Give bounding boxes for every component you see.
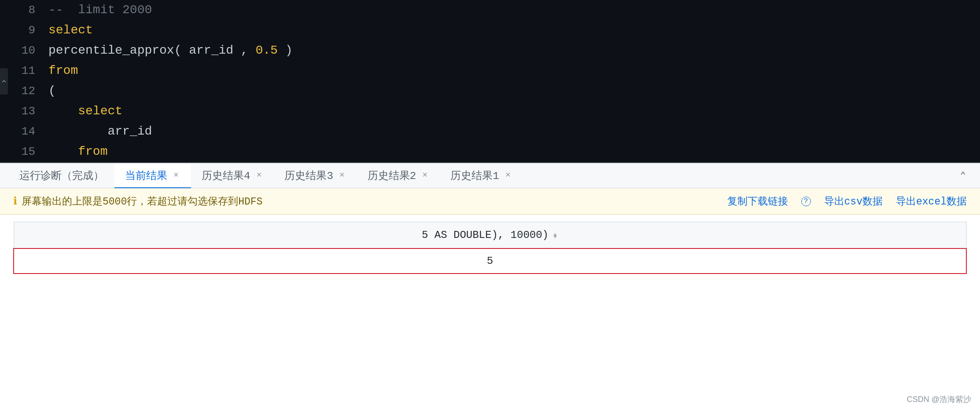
tab-current-result-label: 当前结果 <box>125 168 167 183</box>
line-num-10: 10 <box>9 40 35 61</box>
code-content-11: from <box>48 61 78 81</box>
line-num-15: 15 <box>9 142 35 162</box>
code-content-12: ( <box>48 81 56 101</box>
line-num-9: 9 <box>9 20 35 40</box>
info-message: 屏幕输出的上限是5000行，若超过请勾选保存到HDFS <box>22 194 262 208</box>
line-num-14: 14 <box>9 121 35 142</box>
code-line-8: 8 -- limit 2000 <box>0 0 980 20</box>
tab-history-2-close[interactable]: × <box>420 169 429 181</box>
table-area: 5 AS DOUBLE), 10000) 5 <box>0 215 980 409</box>
tab-history-2[interactable]: 历史结果2 × <box>357 164 440 188</box>
info-left: ℹ 屏幕输出的上限是5000行，若超过请勾选保存到HDFS <box>13 194 262 208</box>
code-content-10: percentile_approx( arr_id , 0.5 ) <box>48 40 293 61</box>
column-header-text: 5 AS DOUBLE), 10000) <box>422 229 549 241</box>
tab-current-result[interactable]: 当前结果 × <box>114 164 191 188</box>
code-line-9: 9 select <box>0 20 980 40</box>
copy-link-button[interactable]: 复制下载链接 <box>727 194 788 208</box>
tab-history-1[interactable]: 历史结果1 × <box>440 164 523 188</box>
tab-history-4-label: 历史结果4 <box>202 168 250 183</box>
line-num-13: 13 <box>9 101 35 121</box>
collapse-handle[interactable]: ‹ <box>0 68 8 95</box>
tab-history-1-close[interactable]: × <box>504 169 512 181</box>
sort-icon <box>552 232 558 238</box>
tab-history-3-close[interactable]: × <box>338 169 346 181</box>
line-num-8: 8 <box>9 0 35 20</box>
export-excel-label: 导出excel数据 <box>896 196 967 208</box>
code-content-14: arr_id <box>48 121 152 142</box>
tab-history-2-label: 历史结果2 <box>368 168 416 183</box>
line-num-11: 11 <box>9 61 35 81</box>
code-line-14: 14 arr_id <box>0 121 980 142</box>
info-right: 复制下载链接 ? 导出csv数据 导出excel数据 <box>727 194 967 208</box>
code-line-16: 16 ( <box>0 162 980 163</box>
code-line-12: 12 ( <box>0 81 980 101</box>
code-line-10: 10 percentile_approx( arr_id , 0.5 ) <box>0 40 980 61</box>
info-icon: ℹ <box>13 195 17 208</box>
info-bar: ℹ 屏幕输出的上限是5000行，若超过请勾选保存到HDFS 复制下载链接 ? 导… <box>0 188 980 215</box>
help-icon[interactable]: ? <box>801 197 811 206</box>
column-header[interactable]: 5 AS DOUBLE), 10000) <box>14 222 966 249</box>
tab-collapse-button[interactable]: ⌃ <box>955 168 971 183</box>
code-content-8: -- limit 2000 <box>48 0 152 20</box>
code-content-16: ( <box>48 162 115 163</box>
line-num-16: 16 <box>9 162 35 163</box>
result-cell: 5 <box>14 248 966 274</box>
code-content-13: select <box>48 101 122 121</box>
column-sort[interactable]: 5 AS DOUBLE), 10000) <box>422 229 558 241</box>
code-content-15: from <box>48 142 107 162</box>
tab-run-diagnosis-label: 运行诊断（完成） <box>19 168 104 183</box>
tab-current-result-close[interactable]: × <box>172 169 181 181</box>
code-line-13: 13 select <box>0 101 980 121</box>
tab-history-3-label: 历史结果3 <box>284 168 333 183</box>
results-panel: 运行诊断（完成） 当前结果 × 历史结果4 × 历史结果3 × 历史结果2 × … <box>0 163 980 409</box>
tab-bar: 运行诊断（完成） 当前结果 × 历史结果4 × 历史结果3 × 历史结果2 × … <box>0 164 980 188</box>
tab-history-3[interactable]: 历史结果3 × <box>274 164 357 188</box>
table-row: 5 <box>14 248 966 274</box>
code-editor: ‹ 8 -- limit 2000 9 select 10 percentile… <box>0 0 980 163</box>
svg-marker-1 <box>553 236 557 238</box>
watermark: CSDN @浩海紫沙 <box>907 394 971 405</box>
tab-history-1-label: 历史结果1 <box>450 168 499 183</box>
code-line-15: 15 from <box>0 142 980 162</box>
line-num-12: 12 <box>9 81 35 101</box>
result-table: 5 AS DOUBLE), 10000) 5 <box>13 222 967 274</box>
tab-history-4[interactable]: 历史结果4 × <box>191 164 274 188</box>
export-csv-button[interactable]: 导出csv数据 <box>824 194 883 208</box>
export-excel-button[interactable]: 导出excel数据 <box>896 194 967 208</box>
tab-run-diagnosis[interactable]: 运行诊断（完成） <box>9 164 114 188</box>
code-content-9: select <box>48 20 93 40</box>
svg-marker-0 <box>553 233 557 236</box>
copy-link-label: 复制下载链接 <box>727 196 788 208</box>
code-line-11: 11 from <box>0 61 980 81</box>
tab-history-4-close[interactable]: × <box>254 169 263 181</box>
export-csv-label: 导出csv数据 <box>824 196 883 208</box>
table-header-row: 5 AS DOUBLE), 10000) <box>14 222 966 249</box>
